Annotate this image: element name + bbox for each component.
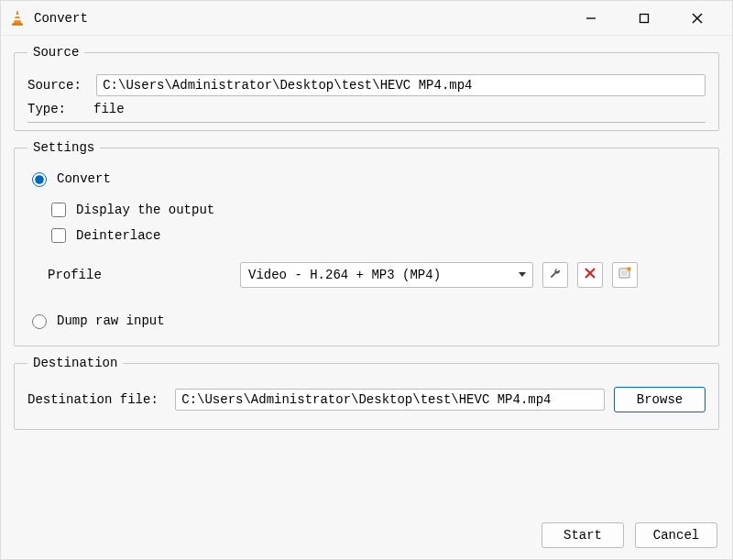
titlebar: Convert (1, 1, 732, 36)
convert-radio-label: Convert (57, 171, 111, 186)
destination-file-input[interactable] (175, 389, 605, 411)
display-output-label: Display the output (76, 203, 214, 217)
dump-raw-label: Dump raw input (57, 313, 165, 328)
chevron-down-icon (518, 268, 527, 282)
profile-selected-value: Video - H.264 + MP3 (MP4) (248, 268, 441, 282)
profile-select[interactable]: Video - H.264 + MP3 (MP4) (240, 262, 533, 288)
profile-label: Profile (48, 268, 231, 282)
dump-raw-radio[interactable] (32, 314, 47, 329)
svg-marker-0 (14, 11, 21, 24)
browse-button[interactable]: Browse (614, 387, 706, 412)
destination-file-label: Destination file: (27, 392, 166, 407)
delete-profile-button[interactable] (577, 262, 603, 288)
svg-rect-2 (15, 18, 21, 20)
display-output-checkbox[interactable] (51, 203, 66, 217)
edit-profile-button[interactable] (542, 262, 568, 288)
window-controls (574, 5, 725, 31)
source-label: Source: (27, 78, 89, 93)
cancel-button[interactable]: Cancel (635, 522, 717, 548)
source-group: Source Source: Type: file (14, 45, 719, 131)
type-label: Type: (27, 102, 86, 116)
source-legend: Source (27, 45, 84, 60)
deinterlace-label: Deinterlace (76, 228, 160, 243)
dialog-content: Source Source: Type: file Settings Conve… (1, 36, 732, 513)
start-button[interactable]: Start (542, 522, 624, 548)
convert-radio[interactable] (32, 172, 47, 187)
close-button[interactable] (681, 5, 714, 31)
minimize-button[interactable] (574, 5, 607, 31)
divider (27, 122, 706, 123)
settings-legend: Settings (27, 140, 100, 155)
dialog-footer: Start Cancel (1, 513, 732, 559)
maximize-button[interactable] (628, 5, 661, 31)
svg-point-15 (627, 267, 630, 270)
destination-legend: Destination (27, 356, 123, 370)
svg-rect-5 (640, 14, 649, 22)
type-value: file (93, 102, 125, 116)
svg-marker-8 (519, 272, 526, 277)
destination-group: Destination Destination file: Browse (14, 356, 719, 430)
new-profile-button[interactable] (612, 262, 638, 288)
delete-x-icon (584, 267, 596, 283)
svg-rect-3 (12, 23, 23, 25)
convert-dialog: Convert Source Source: Type: file (0, 0, 733, 560)
source-input[interactable] (96, 74, 706, 96)
wrench-icon (548, 266, 563, 284)
settings-group: Settings Convert Display the output Dein… (14, 140, 719, 346)
new-profile-icon (618, 266, 632, 284)
svg-rect-1 (16, 15, 20, 16)
deinterlace-checkbox[interactable] (51, 228, 66, 243)
vlc-cone-icon (8, 9, 27, 27)
window-title: Convert (34, 11, 88, 26)
